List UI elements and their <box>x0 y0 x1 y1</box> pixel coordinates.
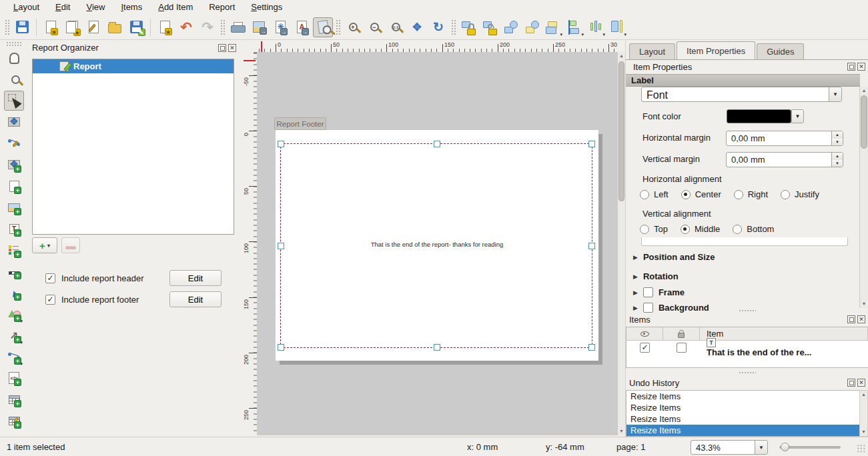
toolbar-grip[interactable] <box>451 19 456 35</box>
distribute-items-icon[interactable]: ▾ <box>586 17 606 37</box>
panel-close-icon[interactable]: ✕ <box>857 379 865 387</box>
lock-items-icon[interactable] <box>458 17 478 37</box>
scroll-up-icon[interactable]: ▲ <box>618 52 625 60</box>
section-frame[interactable]: ▶ Frame <box>633 287 685 297</box>
font-combo[interactable]: Font ▼ <box>641 87 842 102</box>
footer-label-text[interactable]: That is the end of the report- thanks fo… <box>276 241 598 248</box>
zoom-full-icon[interactable]: ✥ <box>407 17 427 37</box>
resize-handle-bottom-center[interactable] <box>434 344 440 351</box>
resize-handle-top-left[interactable] <box>278 141 284 147</box>
undo-entry[interactable]: Resize Items <box>626 402 859 413</box>
report-page[interactable]: That is the end of the report- thanks fo… <box>276 130 598 361</box>
section-background[interactable]: ▶ Background <box>633 303 709 313</box>
panel-float-icon[interactable] <box>218 44 226 52</box>
table-row[interactable]: ✓ T That is the end of the re... <box>626 341 868 355</box>
collapse-triangle-icon[interactable]: ▶ <box>633 254 638 261</box>
radio-left[interactable] <box>640 190 649 199</box>
add-3d-map-icon[interactable]: + <box>4 176 24 196</box>
background-checkbox[interactable] <box>643 303 653 313</box>
menu-settings[interactable]: Settings <box>243 1 290 14</box>
redo-icon[interactable]: ↷ <box>197 17 218 37</box>
panel-splitter[interactable] <box>739 371 756 375</box>
zoom-level-combo[interactable]: 43.3% ▼ <box>691 440 768 455</box>
edit-nodes-tool-icon[interactable] <box>4 133 24 153</box>
print-icon[interactable] <box>228 17 248 37</box>
add-arrow-icon[interactable]: ↗+▾ <box>4 325 24 345</box>
toolbar-grip[interactable] <box>5 19 9 35</box>
panel-float-icon[interactable] <box>847 379 855 387</box>
chevron-down-icon[interactable]: ▼ <box>755 441 767 454</box>
unlock-items-icon[interactable] <box>480 17 500 37</box>
raise-items-icon[interactable]: ▾ <box>544 17 564 37</box>
menu-edit[interactable]: Edit <box>47 1 78 14</box>
radio-right[interactable] <box>734 190 743 199</box>
add-label-icon[interactable]: T+ <box>4 219 24 239</box>
scrollbar-handle[interactable] <box>861 95 867 149</box>
panel-float-icon[interactable] <box>847 63 855 71</box>
font-color-dropdown-icon[interactable]: ▼ <box>791 109 804 123</box>
report-tree-item[interactable]: Report <box>33 59 234 73</box>
save-as-icon[interactable]: ✎ <box>126 17 146 37</box>
horizontal-margin-input[interactable]: 0,00 mm ▲▼ <box>726 131 843 146</box>
scroll-up-icon[interactable]: ▲ <box>860 87 868 95</box>
add-legend-icon[interactable]: + <box>4 240 24 260</box>
align-items-icon[interactable]: ▾ <box>565 17 585 37</box>
radio-middle[interactable] <box>681 225 690 234</box>
include-report-header-checkbox[interactable]: ✓ <box>45 273 55 283</box>
tab-guides[interactable]: Guides <box>757 43 804 59</box>
add-map-icon[interactable]: + <box>4 155 24 175</box>
undo-entry-selected[interactable]: Resize Items <box>626 425 859 436</box>
export-svg-icon[interactable]: ✳→ <box>270 17 290 37</box>
menu-items[interactable]: Items <box>113 1 150 14</box>
radio-justify[interactable] <box>781 190 790 199</box>
panel-close-icon[interactable]: ✕ <box>228 44 236 52</box>
add-section-button[interactable]: + <box>32 237 57 253</box>
spinner-arrows-icon[interactable]: ▲▼ <box>831 153 843 167</box>
undo-icon[interactable]: ↶ <box>176 17 196 37</box>
tab-layout[interactable]: Layout <box>629 43 675 59</box>
radio-bottom[interactable] <box>733 225 742 234</box>
resize-handle-top-center[interactable] <box>434 141 440 147</box>
menu-layout[interactable]: Layout <box>5 1 47 14</box>
window-resize-grip[interactable] <box>857 444 866 453</box>
scroll-down-icon[interactable]: ▼ <box>618 427 625 435</box>
edit-footer-button[interactable]: Edit <box>169 291 222 307</box>
collapse-triangle-icon[interactable]: ▶ <box>633 273 638 280</box>
item-visibility-checkbox[interactable]: ✓ <box>640 343 650 353</box>
menu-add-item[interactable]: Add Item <box>150 1 201 14</box>
undo-scrollbar[interactable]: ▲ ▼ <box>859 390 868 437</box>
add-manual-table-icon[interactable]: + <box>4 411 24 431</box>
vertical-margin-input[interactable]: 0,00 mm ▲▼ <box>726 152 843 167</box>
zoom-region-icon[interactable] <box>313 17 333 37</box>
toolbar-grip[interactable] <box>220 19 225 35</box>
select-move-tool-icon[interactable] <box>4 91 24 111</box>
zoom-actual-icon[interactable]: 1:1 <box>386 17 406 37</box>
add-node-item-icon[interactable]: +▾ <box>4 347 24 367</box>
properties-scrollbar[interactable]: ▲ ▼ <box>859 87 868 308</box>
frame-checkbox[interactable] <box>643 287 653 297</box>
zoom-tool-icon[interactable] <box>4 69 24 89</box>
scroll-up-icon[interactable]: ▲ <box>860 391 867 399</box>
panel-float-icon[interactable] <box>847 315 855 323</box>
collapse-triangle-icon[interactable]: ▶ <box>633 305 638 311</box>
zoom-slider-handle[interactable] <box>781 443 789 451</box>
add-html-icon[interactable]: </>+ <box>4 368 24 388</box>
deselect-all-icon[interactable] <box>522 17 542 37</box>
item-lock-checkbox[interactable] <box>677 343 687 353</box>
section-rotation[interactable]: ▶ Rotation <box>633 271 679 281</box>
export-pdf-icon[interactable]: A→ <box>292 17 312 37</box>
add-shape-icon[interactable]: +▾ <box>4 304 24 324</box>
resize-handle-top-right[interactable] <box>588 141 595 147</box>
spinner-arrows-icon[interactable]: ▲▼ <box>831 131 843 145</box>
scroll-down-icon[interactable]: ▼ <box>860 428 867 436</box>
resize-handle-bottom-right[interactable] <box>588 344 595 351</box>
add-north-arrow-icon[interactable]: ▲+ <box>4 283 24 303</box>
radio-center[interactable] <box>681 190 691 199</box>
section-position-and-size[interactable]: ▶ Position and Size <box>633 252 715 262</box>
tab-item-properties[interactable]: Item Properties <box>677 41 755 59</box>
zoom-out-icon[interactable]: − <box>364 17 384 37</box>
menu-report[interactable]: Report <box>201 1 243 14</box>
add-picture-icon[interactable]: + <box>4 197 24 217</box>
collapse-triangle-icon[interactable]: ▶ <box>633 289 638 296</box>
edit-header-button[interactable]: Edit <box>169 270 222 286</box>
